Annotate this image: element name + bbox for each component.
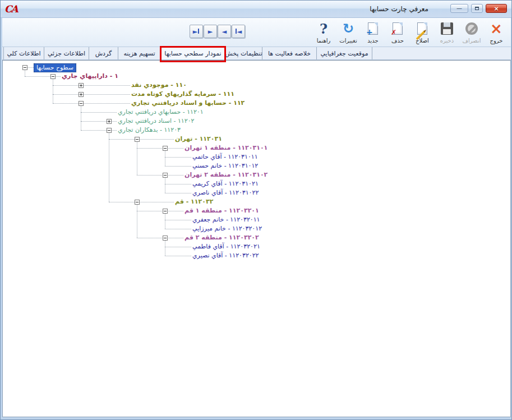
tree-vertical-line: [137, 142, 137, 175]
right-arrow-icon: ►: [208, 29, 213, 35]
tree-connector-line: [165, 157, 191, 158]
accounts-tree: سطوح حسابها١ - داراييهاي جاري١١٠ - موجود…: [3, 61, 510, 417]
tab-strip: اطلاعات كلياطلاعات جزئيگردشتسهيم هزينهنم…: [2, 47, 511, 60]
tree-connector-line: [165, 256, 191, 256]
tree-connector-line: [165, 220, 191, 220]
close-icon: ×: [493, 6, 499, 12]
tree-vertical-line: [25, 70, 25, 76]
tree-connector-line: [165, 184, 191, 184]
tree-vertical-line: [165, 178, 165, 193]
tree-node[interactable]: ١١٢ - حسابها و اسناد دريافتني تجاري: [130, 99, 246, 107]
restore-button[interactable]: [471, 4, 483, 13]
toolbar-button-label: جديد: [367, 38, 378, 44]
toolbar-button-label: تغييرات: [339, 38, 357, 44]
nav-next-button[interactable]: ►: [204, 25, 217, 38]
tree-node[interactable]: ١١٢٠٣١ - تهران: [174, 135, 223, 143]
collapse-minus-icon[interactable]: [135, 200, 140, 205]
cancel-circle-icon: [465, 20, 478, 37]
tab-2[interactable]: گردش: [89, 47, 118, 59]
collapse-minus-icon[interactable]: [163, 146, 168, 151]
help-button[interactable]: ?راهنما: [311, 19, 336, 46]
collapse-minus-icon[interactable]: [135, 137, 140, 142]
question-icon: ?: [320, 20, 328, 37]
tree-vertical-line: [81, 106, 81, 130]
tree-node[interactable]: ١١٢٠٣٢٠٢١ - آقاي فاطمي: [191, 243, 261, 251]
toolbar-button-label: انصراف: [463, 38, 481, 44]
nav-last-button[interactable]: ►: [190, 25, 203, 38]
collapse-minus-icon[interactable]: [22, 65, 27, 70]
tab-7[interactable]: موقعيت جغرافيايي: [317, 47, 372, 59]
tab-4[interactable]: نمودار سطحي حسابها: [161, 47, 225, 59]
tab-6[interactable]: خلاصه فعاليت ها: [262, 47, 317, 59]
collapse-minus-icon[interactable]: [50, 74, 56, 79]
tab-label: اطلاعات كلي: [7, 50, 40, 57]
tree-node[interactable]: ١١٢٠٣١٠١ - منطقه ١ تهران: [183, 144, 269, 152]
tree-connector-line: [109, 139, 174, 140]
tree-node[interactable]: ١١٢٠٣١٠١١ - آقاي حاتمي: [191, 153, 259, 161]
tree-node[interactable]: ١١٢٠٣١٠٢١ - آقاي كريمي: [191, 180, 260, 188]
chart-panel: سطوح حسابها١ - داراييهاي جاري١١٠ - موجود…: [2, 60, 511, 417]
tree-node-selected[interactable]: سطوح حسابها: [34, 63, 76, 72]
tree-connector-line: [137, 148, 183, 149]
changes-button[interactable]: ↻تغييرات: [336, 19, 361, 46]
tree-node[interactable]: ١١٢٠٣٢ - قم: [174, 198, 214, 206]
tree-vertical-line: [53, 79, 53, 103]
tree-node[interactable]: ١١٢٠٣١٠١٢ - خانم حسني: [191, 162, 259, 170]
floppy-disk-icon: [441, 20, 453, 37]
nav-prev-button[interactable]: ◄: [218, 25, 231, 38]
exit-button[interactable]: ×خروج: [484, 19, 509, 46]
tree-vertical-line: [109, 133, 109, 202]
tree-node[interactable]: ١١٢٠٣٢٠٢ - منطقه ٢ قم: [183, 234, 260, 242]
tree-connector-line: [53, 94, 130, 95]
page-red-x-icon: ✗: [393, 20, 403, 37]
exit-x-icon: ×: [490, 20, 502, 37]
tree-node[interactable]: ١١١ - سرمايه گذاريهاي كوتاه مدت: [130, 90, 236, 98]
collapse-minus-icon[interactable]: [163, 173, 168, 178]
tree-connector-line: [165, 193, 191, 193]
tab-3[interactable]: تسهيم هزينه: [118, 47, 161, 59]
tree-node[interactable]: ١١٢٠٣٢٠١ - منطقه ١ قم: [183, 207, 260, 215]
tab-label: نمودار سطحي حسابها: [164, 50, 221, 57]
close-button[interactable]: ×: [486, 4, 507, 13]
tree-node[interactable]: ١١٢٠٣ - بدهكاران تجاري: [117, 126, 182, 134]
title-bar: CA معرفي چارت حسابها — ×: [1, 1, 511, 18]
collapse-minus-icon[interactable]: [163, 236, 168, 241]
right-arrow-bar-icon: ►: [193, 29, 200, 35]
nav-first-button[interactable]: ◄: [232, 25, 245, 38]
cancel-button[interactable]: انصراف: [459, 19, 484, 46]
tree-node[interactable]: ١١٢٠٣٢٠١٢ - خانم ميرزايي: [191, 225, 263, 233]
collapse-minus-icon[interactable]: [163, 209, 168, 214]
tree-node[interactable]: ١١٢٠٣١٠٢ - منطقه ٢ تهران: [183, 171, 269, 179]
bar-left-arrow-icon: ◄: [235, 29, 242, 35]
tree-connector-line: [53, 103, 130, 104]
tree-node[interactable]: ١١٢٠٣١٠٢٢ - آقاي ناصري: [191, 189, 260, 197]
tree-node[interactable]: ١١٢٠١ - حسابهاي دريافتني تجاري: [117, 108, 205, 116]
pencil-page-icon: [417, 20, 427, 37]
minimize-button[interactable]: —: [450, 4, 468, 13]
tree-connector-line: [81, 112, 117, 113]
tab-0[interactable]: اطلاعات كلي: [3, 47, 44, 59]
tab-1[interactable]: اطلاعات جزئي: [44, 47, 89, 59]
tab-5[interactable]: تنظيمات پخش: [225, 47, 262, 59]
new-button[interactable]: +جديد: [361, 19, 385, 46]
tree-connector-line: [165, 166, 191, 167]
tree-connector-line: [109, 202, 174, 202]
tree-vertical-line: [165, 241, 165, 256]
expand-plus-icon: [79, 92, 84, 97]
toolbar-button-label: حذف: [391, 38, 404, 44]
window-title: معرفي چارت حسابها: [370, 5, 428, 13]
tree-node[interactable]: ١١٢٠٣٢٠١١ - خانم جعفري: [191, 216, 261, 224]
delete-button[interactable]: ✗حذف: [385, 19, 410, 46]
tree-node[interactable]: ١ - داراييهاي جاري: [61, 72, 119, 80]
save-button[interactable]: ذخيره: [435, 19, 459, 46]
collapse-minus-icon[interactable]: [107, 128, 112, 133]
left-arrow-icon: ◄: [222, 29, 227, 35]
tree-node[interactable]: ١١٢٠٣٢٠٢٢ - آقاي نصيري: [191, 252, 260, 260]
tree-node[interactable]: ١١٢٠٢ - اسناد دريافتني تجاري: [117, 117, 195, 125]
page-blue-plus-icon: +: [368, 20, 378, 37]
edit-button[interactable]: اصلاح: [410, 19, 435, 46]
app-logo-icon: CA: [4, 3, 17, 15]
tree-vertical-line: [137, 205, 137, 238]
tree-node[interactable]: ١١٠ - موجودي نقد: [130, 81, 188, 89]
collapse-minus-icon[interactable]: [79, 101, 84, 106]
